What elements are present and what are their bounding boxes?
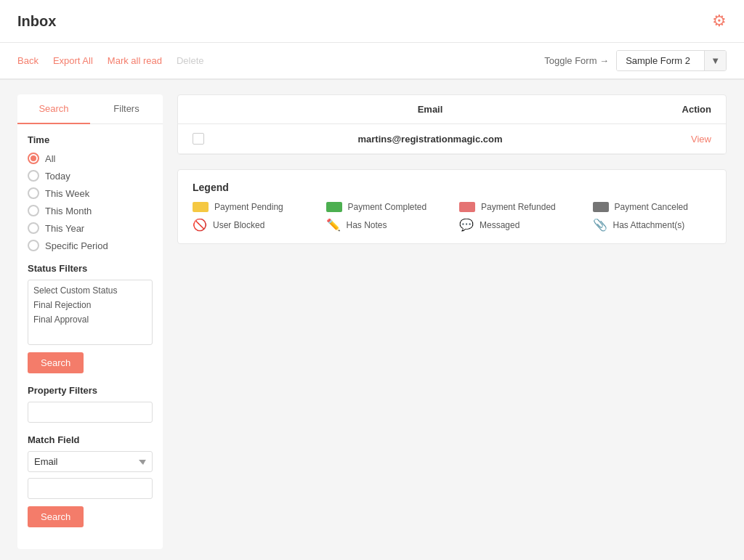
payment-completed-label: Payment Completed	[348, 202, 427, 212]
radio-this-week-label: This Week	[45, 188, 89, 199]
time-filter-section: Time All Today This Week	[28, 134, 153, 251]
match-value-input[interactable]	[28, 478, 153, 499]
tab-search[interactable]: Search	[17, 94, 90, 124]
has-notes-label: Has Notes	[347, 220, 387, 230]
status-filter-section: Status Filters Select Custom Status Fina…	[28, 263, 153, 373]
top-bar: Inbox ⚙	[0, 0, 744, 43]
status-select[interactable]: Select Custom Status Final Rejection Fin…	[28, 280, 153, 345]
match-field-select[interactable]: Email	[28, 451, 153, 472]
tab-filters[interactable]: Filters	[90, 94, 163, 123]
email-value: martins@registrationmagic.com	[357, 134, 502, 145]
delete-button: Delete	[177, 55, 204, 66]
user-blocked-label: User Blocked	[213, 220, 264, 230]
payment-pending-icon	[193, 202, 209, 212]
has-attachments-label: Has Attachment(s)	[613, 220, 685, 230]
sidebar: Search Filters Time All Today	[17, 94, 163, 549]
main-content: Search Filters Time All Today	[0, 80, 744, 560]
status-filters-label: Status Filters	[28, 263, 153, 274]
legend-grid: Payment Pending Payment Completed Paymen…	[193, 202, 711, 232]
td-check	[193, 133, 222, 145]
has-notes-icon: ✏️	[326, 218, 341, 232]
td-email: martins@registrationmagic.com	[222, 134, 639, 145]
radio-today[interactable]: Today	[28, 170, 153, 182]
legend-item-messaged: 💬 Messaged	[459, 218, 578, 232]
gear-icon[interactable]: ⚙	[712, 12, 727, 31]
export-all-button[interactable]: Export All	[53, 55, 93, 66]
messaged-icon: 💬	[459, 218, 474, 232]
property-filters-label: Property Filters	[28, 385, 153, 396]
status-option-rejection[interactable]: Final Rejection	[31, 298, 149, 312]
mark-all-read-button[interactable]: Mark all read	[108, 55, 162, 66]
payment-pending-label: Payment Pending	[214, 202, 283, 212]
user-blocked-icon: 🚫	[193, 218, 207, 232]
legend-item-payment-canceled: Payment Canceled	[593, 202, 712, 212]
status-option-approval[interactable]: Final Approval	[31, 312, 149, 327]
radio-this-year-circle	[28, 222, 39, 234]
payment-canceled-label: Payment Canceled	[615, 202, 688, 212]
payment-refunded-label: Payment Refunded	[481, 202, 556, 212]
radio-specific-period-circle	[28, 240, 39, 251]
radio-today-label: Today	[45, 171, 70, 182]
radio-specific-period-label: Specific Period	[45, 240, 108, 251]
payment-refunded-icon	[459, 202, 475, 212]
back-button[interactable]: Back	[17, 55, 39, 66]
match-field-label: Match Field	[28, 434, 153, 445]
legend-item-user-blocked: 🚫 User Blocked	[193, 218, 312, 232]
form-select-value: Sample Form 2	[617, 51, 704, 70]
th-email: Email	[222, 104, 639, 115]
sidebar-tabs: Search Filters	[17, 94, 163, 124]
time-filter-label: Time	[28, 134, 153, 145]
radio-this-week-circle	[28, 187, 39, 199]
match-field-wrapper: Email	[28, 451, 153, 472]
radio-today-circle	[28, 170, 39, 182]
radio-all-circle	[28, 153, 39, 164]
legend-item-payment-pending: Payment Pending	[193, 202, 312, 212]
view-link[interactable]: View	[691, 134, 711, 145]
radio-all-label: All	[45, 153, 55, 164]
legend-container: Legend Payment Pending Payment Completed…	[177, 169, 727, 244]
page-title: Inbox	[17, 13, 56, 30]
radio-this-year-label: This Year	[45, 223, 84, 234]
action-bar: Back Export All Mark all read Delete Tog…	[0, 43, 744, 80]
radio-specific-period[interactable]: Specific Period	[28, 240, 153, 251]
has-attachments-icon: 📎	[593, 218, 607, 232]
payment-completed-icon	[326, 202, 342, 212]
status-option-custom[interactable]: Select Custom Status	[31, 283, 149, 298]
legend-item-has-notes: ✏️ Has Notes	[326, 218, 445, 232]
th-action: Action	[639, 104, 711, 115]
submissions-table: Email Action martins@registrationmagic.c…	[177, 94, 727, 155]
legend-item-has-attachments: 📎 Has Attachment(s)	[593, 218, 712, 232]
legend-item-payment-refunded: Payment Refunded	[459, 202, 578, 212]
content-area: Email Action martins@registrationmagic.c…	[177, 94, 727, 549]
radio-this-year[interactable]: This Year	[28, 222, 153, 234]
radio-this-month[interactable]: This Month	[28, 205, 153, 216]
status-search-button[interactable]: Search	[28, 352, 84, 373]
radio-all[interactable]: All	[28, 153, 153, 164]
td-action: View	[639, 134, 711, 145]
messaged-label: Messaged	[480, 220, 519, 230]
property-filter-section: Property Filters	[28, 385, 153, 423]
legend-item-payment-completed: Payment Completed	[326, 202, 445, 212]
form-select-wrapper[interactable]: Sample Form 2 ▼	[616, 50, 727, 71]
table-row: martins@registrationmagic.com View	[178, 124, 726, 154]
toggle-form-label: Toggle Form →	[544, 55, 609, 66]
radio-this-week[interactable]: This Week	[28, 187, 153, 199]
time-radio-group: All Today This Week This Month	[28, 153, 153, 251]
action-bar-left: Back Export All Mark all read Delete	[17, 55, 204, 66]
match-field-section: Match Field Email Search	[28, 434, 153, 527]
property-filter-input[interactable]	[28, 402, 153, 423]
payment-canceled-icon	[593, 202, 609, 212]
table-header: Email Action	[178, 95, 726, 124]
row-checkbox[interactable]	[193, 133, 204, 145]
th-check	[193, 104, 222, 115]
sidebar-body: Time All Today This Week	[17, 124, 163, 549]
match-search-button[interactable]: Search	[28, 506, 84, 527]
radio-this-month-label: This Month	[45, 206, 92, 216]
form-select-dropdown-button[interactable]: ▼	[704, 51, 726, 70]
legend-title: Legend	[193, 182, 711, 193]
radio-this-month-circle	[28, 205, 39, 216]
action-bar-right: Toggle Form → Sample Form 2 ▼	[544, 50, 727, 71]
